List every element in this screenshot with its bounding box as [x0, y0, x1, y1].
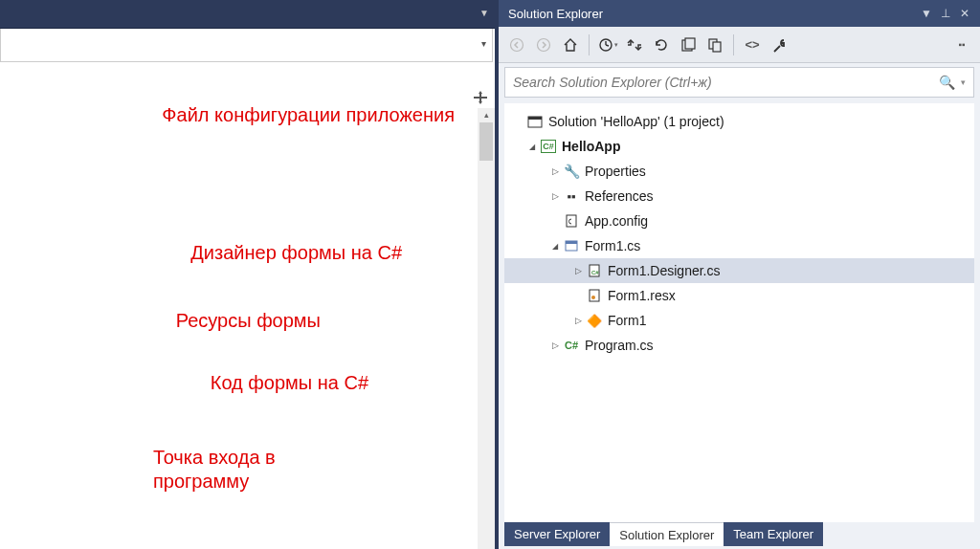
split-icon[interactable] — [474, 91, 487, 104]
panel-tabs: Server Explorer Solution Explorer Team E… — [499, 522, 980, 549]
svg-point-9 — [511, 38, 523, 51]
svg-text:C#: C# — [591, 270, 599, 275]
csharp-file-icon: C# — [562, 340, 581, 351]
chevron-right-icon[interactable] — [548, 191, 562, 201]
tree-node-solution[interactable]: Solution 'HelloApp' (1 project) — [504, 109, 974, 134]
forward-button[interactable] — [531, 33, 556, 57]
sync-button[interactable] — [622, 33, 647, 57]
svg-point-10 — [538, 38, 550, 51]
tree-node-programcs[interactable]: C# Program.cs — [504, 333, 974, 358]
tree-node-form1class[interactable]: 🔶 Form1 — [504, 308, 974, 333]
vertical-scrollbar[interactable]: ▴ — [478, 108, 495, 549]
annotation-resources: Ресурсы формы — [134, 309, 321, 333]
tab-team-explorer[interactable]: Team Explorer — [724, 522, 823, 546]
annotation-appconfig: Файл конфигурации приложения — [148, 103, 455, 127]
tree-node-form1designer[interactable]: C# Form1.Designer.cs — [504, 258, 974, 283]
annotation-code: Код формы на C# — [100, 371, 368, 395]
svg-rect-15 — [685, 38, 695, 49]
panel-toolbar: ▾ <> ▪▪ — [499, 27, 980, 63]
svg-rect-22 — [566, 241, 577, 244]
tree-label: Form1.cs — [585, 238, 640, 253]
tree-node-form1cs[interactable]: Form1.cs — [504, 233, 974, 258]
tree-label: Properties — [585, 164, 646, 179]
resx-file-icon — [585, 289, 604, 302]
pending-changes-button[interactable]: ▾ — [595, 33, 620, 57]
solution-tree[interactable]: Solution 'HelloApp' (1 project) C# Hello… — [504, 103, 974, 522]
tree-label: Solution 'HelloApp' (1 project) — [548, 114, 724, 129]
tab-server-explorer[interactable]: Server Explorer — [504, 522, 610, 546]
csharp-file-icon: C# — [585, 264, 604, 277]
editor-pane: ▼ ▾ ▴ Файл конфи — [0, 0, 495, 549]
references-icon: ▪▪ — [562, 189, 581, 204]
chevron-right-icon[interactable] — [548, 340, 562, 350]
home-button[interactable] — [558, 33, 583, 57]
svg-point-26 — [591, 296, 595, 299]
properties-button[interactable] — [767, 33, 791, 57]
solution-icon — [525, 114, 545, 129]
chevron-down-icon[interactable] — [525, 143, 539, 151]
editor-top-bar: ▼ — [0, 0, 495, 29]
chevron-down-icon[interactable] — [548, 242, 562, 251]
close-icon[interactable]: ✕ — [955, 7, 974, 20]
tree-label: HelloApp — [562, 139, 620, 154]
tree-label: Form1 — [608, 313, 646, 328]
tab-solution-explorer[interactable]: Solution Explorer — [610, 522, 724, 546]
tree-label: App.config — [585, 213, 648, 229]
dropdown-icon[interactable]: ▾ — [481, 38, 486, 49]
scroll-up-icon[interactable]: ▴ — [478, 108, 495, 121]
toolbar-overflow-icon[interactable]: ▪▪ — [949, 33, 974, 57]
search-box[interactable]: 🔍 ▾ — [504, 67, 974, 98]
panel-title-bar[interactable]: Solution Explorer ▼ ⊥ ✕ — [499, 0, 980, 27]
editor-breadcrumb-bar: ▾ — [0, 29, 493, 62]
svg-marker-2 — [479, 91, 482, 94]
collapse-all-button[interactable] — [676, 33, 701, 57]
back-button[interactable] — [504, 33, 529, 57]
toolbar-separator — [733, 34, 734, 55]
tree-node-references[interactable]: ▪▪ References — [504, 184, 974, 209]
tree-label: Form1.resx — [608, 288, 676, 303]
chevron-right-icon[interactable] — [548, 166, 562, 176]
show-all-files-button[interactable] — [702, 33, 727, 57]
search-icon[interactable]: 🔍 — [939, 75, 955, 90]
annotation-entry: Точка входа в программу — [153, 446, 345, 494]
svg-rect-19 — [528, 117, 542, 120]
dropdown-icon[interactable]: ▼ — [479, 8, 489, 18]
solution-explorer-panel: Solution Explorer ▼ ⊥ ✕ ▾ — [495, 0, 980, 549]
form-icon — [562, 239, 581, 253]
tree-label: Program.cs — [585, 338, 654, 353]
tree-node-form1resx[interactable]: Form1.resx — [504, 283, 974, 308]
svg-rect-20 — [567, 215, 576, 227]
svg-rect-25 — [590, 290, 599, 301]
scroll-thumb[interactable] — [479, 122, 493, 161]
chevron-right-icon[interactable] — [571, 316, 585, 325]
wrench-icon: 🔧 — [562, 164, 581, 179]
pin-icon[interactable]: ⊥ — [936, 7, 955, 20]
csharp-project-icon: C# — [539, 140, 558, 153]
tree-node-appconfig[interactable]: App.config — [504, 209, 974, 233]
class-icon: 🔶 — [585, 314, 604, 328]
tree-node-properties[interactable]: 🔧 Properties — [504, 159, 974, 184]
panel-title: Solution Explorer — [508, 7, 917, 21]
refresh-button[interactable] — [649, 33, 674, 57]
tree-label: Form1.Designer.cs — [608, 263, 720, 278]
toolbar-separator — [589, 34, 590, 55]
config-file-icon — [562, 214, 581, 228]
view-code-button[interactable]: <> — [740, 33, 765, 57]
tree-label: References — [585, 188, 654, 204]
annotation-designer: Дизайнер формы на C# — [72, 241, 402, 265]
svg-rect-17 — [713, 42, 721, 52]
svg-marker-3 — [479, 101, 482, 104]
search-dropdown-icon[interactable]: ▾ — [961, 77, 966, 87]
svg-line-13 — [606, 45, 609, 46]
search-input[interactable] — [513, 75, 939, 90]
chevron-right-icon[interactable] — [571, 266, 585, 275]
window-position-icon[interactable]: ▼ — [917, 7, 936, 20]
tree-node-project[interactable]: C# HelloApp — [504, 134, 974, 159]
